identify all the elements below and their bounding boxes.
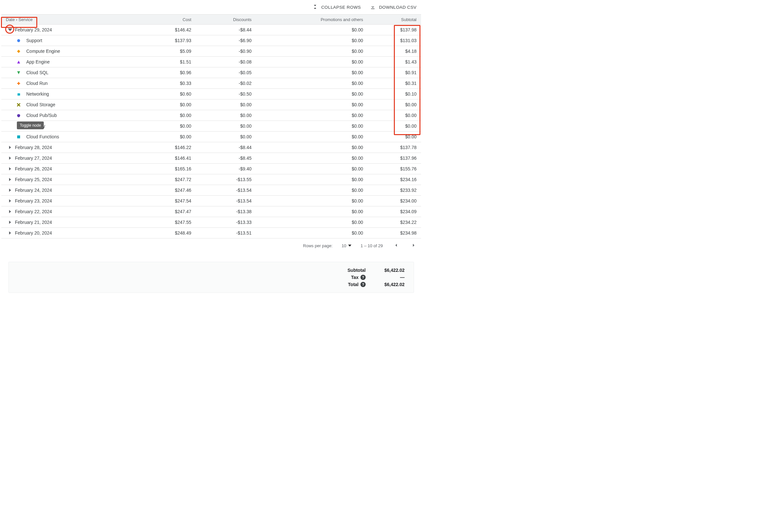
cell-discounts: $0.00 bbox=[191, 134, 251, 139]
cell-cost: $137.93 bbox=[137, 38, 191, 43]
cell-subtotal: $0.00 bbox=[363, 102, 421, 107]
date-label: February 20, 2024 bbox=[15, 230, 52, 236]
caret-right-icon[interactable] bbox=[8, 188, 12, 192]
cell-subtotal: $131.03 bbox=[363, 38, 421, 43]
cell-promo: $0.00 bbox=[251, 156, 363, 161]
cell-subtotal: $234.09 bbox=[363, 209, 421, 214]
service-row[interactable]: Cloud Functions $0.00 $0.00 $0.00 $0.00 bbox=[1, 132, 421, 142]
cell-cost: $146.22 bbox=[137, 145, 191, 150]
service-marker-icon bbox=[17, 135, 20, 139]
pagination-bar: Rows per page: 10 1 – 10 of 29 bbox=[1, 238, 421, 253]
svg-rect-1 bbox=[17, 50, 20, 53]
service-row[interactable]: Cloud Pub/Sub $0.00 $0.00 $0.00 $0.00 bbox=[1, 110, 421, 121]
cell-discounts: -$8.44 bbox=[191, 145, 251, 150]
cell-cost: $0.00 bbox=[137, 123, 191, 129]
caret-right-icon[interactable] bbox=[8, 167, 12, 171]
caret-right-icon[interactable] bbox=[8, 209, 12, 214]
prev-page-button[interactable] bbox=[392, 241, 401, 250]
date-label: February 23, 2024 bbox=[15, 198, 52, 203]
caret-right-icon[interactable] bbox=[8, 145, 12, 150]
rows-per-page-select[interactable]: 10 bbox=[342, 243, 351, 248]
svg-rect-2 bbox=[17, 135, 20, 138]
service-marker-icon bbox=[17, 60, 20, 64]
service-row[interactable]: Compute Engine $5.09 -$0.90 $0.00 $4.18 bbox=[1, 46, 421, 57]
cell-promo: $0.00 bbox=[251, 145, 363, 150]
cell-discounts: -$0.08 bbox=[191, 59, 251, 64]
cell-promo: $0.00 bbox=[251, 102, 363, 107]
cell-subtotal: $0.10 bbox=[363, 91, 421, 97]
date-row[interactable]: February 23, 2024 $247.54 -$13.54 $0.00 … bbox=[1, 196, 421, 206]
service-row[interactable]: Support $137.93 -$6.90 $0.00 $131.03 bbox=[1, 35, 421, 46]
table-header-row: Date › Service Cost Discounts Promotions… bbox=[1, 14, 421, 25]
cell-promo: $0.00 bbox=[251, 198, 363, 203]
cell-promo: $0.00 bbox=[251, 166, 363, 171]
date-row[interactable]: February 27, 2024 $146.41 -$8.45 $0.00 $… bbox=[1, 153, 421, 164]
caret-right-icon[interactable] bbox=[8, 199, 12, 203]
service-marker-icon bbox=[17, 71, 20, 75]
date-row[interactable]: February 24, 2024 $247.46 -$13.54 $0.00 … bbox=[1, 185, 421, 196]
cell-cost: $146.41 bbox=[137, 156, 191, 161]
cell-cost: $0.00 bbox=[137, 102, 191, 107]
caret-right-icon[interactable] bbox=[8, 231, 12, 235]
service-row[interactable]: Networking $0.60 -$0.50 $0.00 $0.10 bbox=[1, 89, 421, 99]
service-name: Cloud Run bbox=[26, 81, 48, 86]
date-label: February 22, 2024 bbox=[15, 209, 52, 214]
date-row[interactable]: February 28, 2024 $146.22 -$8.44 $0.00 $… bbox=[1, 142, 421, 153]
cell-subtotal: $233.92 bbox=[363, 188, 421, 193]
cell-discounts: $0.00 bbox=[191, 102, 251, 107]
service-row[interactable]: App Engine $1.51 -$0.08 $0.00 $1.43 bbox=[1, 57, 421, 67]
service-marker-icon bbox=[17, 92, 20, 96]
help-icon[interactable]: ? bbox=[360, 282, 365, 287]
service-name: App Engine bbox=[26, 59, 50, 64]
col-header-subtotal[interactable]: Subtotal bbox=[363, 17, 421, 22]
caret-down-icon[interactable] bbox=[8, 28, 12, 32]
cell-discounts: -$13.38 bbox=[191, 209, 251, 214]
cell-subtotal: $4.18 bbox=[363, 49, 421, 54]
download-csv-button[interactable]: DOWNLOAD CSV bbox=[370, 4, 417, 11]
date-row[interactable]: February 26, 2024 $165.16 -$9.40 $0.00 $… bbox=[1, 164, 421, 174]
cell-cost: $146.42 bbox=[137, 27, 191, 32]
caret-right-icon[interactable] bbox=[8, 177, 12, 182]
cell-promo: $0.00 bbox=[251, 113, 363, 118]
cell-promo: $0.00 bbox=[251, 123, 363, 129]
service-name: Cloud SQL bbox=[26, 70, 48, 75]
date-label: February 24, 2024 bbox=[15, 188, 52, 193]
date-row-expanded[interactable]: February 29, 2024 $146.42 -$8.44 $0.00 $… bbox=[1, 25, 421, 35]
service-row[interactable]: Cloud Run $0.33 -$0.02 $0.00 $0.31 bbox=[1, 78, 421, 89]
next-page-button[interactable] bbox=[410, 241, 418, 250]
date-row[interactable]: February 22, 2024 $247.47 -$13.38 $0.00 … bbox=[1, 206, 421, 217]
date-row[interactable]: February 25, 2024 $247.72 -$13.55 $0.00 … bbox=[1, 174, 421, 185]
cell-discounts: $0.00 bbox=[191, 113, 251, 118]
col-header-cost[interactable]: Cost bbox=[137, 17, 191, 22]
cell-cost: $247.47 bbox=[137, 209, 191, 214]
download-csv-label: DOWNLOAD CSV bbox=[379, 5, 417, 10]
cell-subtotal: $0.91 bbox=[363, 70, 421, 75]
caret-right-icon[interactable] bbox=[8, 220, 12, 225]
cell-discounts: -$8.45 bbox=[191, 156, 251, 161]
service-row[interactable]: BigQuery $0.00 $0.00 $0.00 $0.00 bbox=[1, 121, 421, 132]
date-label: February 25, 2024 bbox=[15, 177, 52, 182]
collapse-rows-button[interactable]: COLLAPSE ROWS bbox=[312, 4, 361, 11]
cell-discounts: -$13.55 bbox=[191, 177, 251, 182]
service-row[interactable]: Cloud Storage $0.00 $0.00 $0.00 $0.00 bbox=[1, 99, 421, 110]
caret-right-icon[interactable] bbox=[8, 156, 12, 160]
cell-cost: $0.00 bbox=[137, 134, 191, 139]
cell-promo: $0.00 bbox=[251, 177, 363, 182]
date-row[interactable]: February 21, 2024 $247.55 -$13.33 $0.00 … bbox=[1, 217, 421, 228]
cell-promo: $0.00 bbox=[251, 38, 363, 43]
collapse-rows-label: COLLAPSE ROWS bbox=[321, 5, 361, 10]
cell-discounts: -$13.51 bbox=[191, 230, 251, 236]
cell-subtotal: $1.43 bbox=[363, 59, 421, 64]
date-row[interactable]: February 20, 2024 $248.49 -$13.51 $0.00 … bbox=[1, 228, 421, 238]
cell-promo: $0.00 bbox=[251, 59, 363, 64]
cell-promo: $0.00 bbox=[251, 134, 363, 139]
help-icon[interactable]: ? bbox=[360, 275, 365, 280]
cell-cost: $0.00 bbox=[137, 113, 191, 118]
col-header-name[interactable]: Date › Service bbox=[6, 17, 32, 22]
col-header-discounts[interactable]: Discounts bbox=[191, 17, 251, 22]
col-header-promo[interactable]: Promotions and others bbox=[251, 17, 363, 22]
service-row[interactable]: Cloud SQL $0.96 -$0.05 $0.00 $0.91 bbox=[1, 67, 421, 78]
summary-tax-value: — bbox=[369, 275, 405, 280]
service-marker-icon bbox=[17, 103, 20, 107]
cost-table: Date › Service Cost Discounts Promotions… bbox=[1, 14, 421, 238]
